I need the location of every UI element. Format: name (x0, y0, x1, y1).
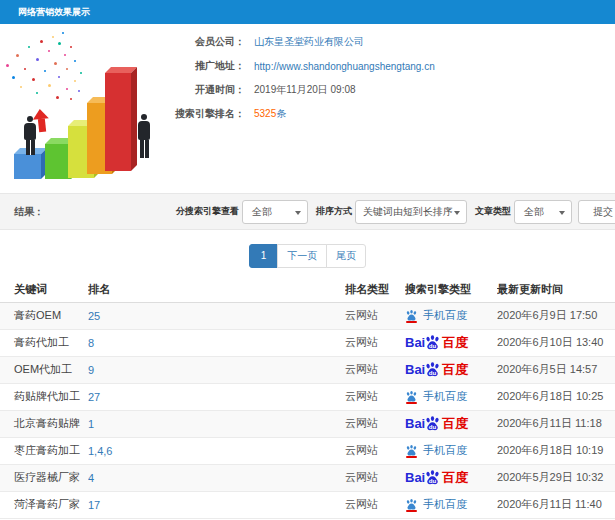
keyword-cell: 膏药代加工 (0, 329, 88, 356)
keyword-cell: 枣庄膏药加工 (0, 437, 88, 464)
table-header-row: 关键词 排名 排名类型 搜索引擎类型 最新更新时间 (0, 277, 615, 302)
col-rank: 排名 (88, 277, 345, 302)
rank-link[interactable]: 9 (88, 364, 94, 376)
caret-down-icon (454, 211, 460, 215)
engine-cell: 手机百度 (405, 491, 497, 518)
info-label: 会员公司： (150, 35, 245, 49)
engine-cell: Baidu百度 (405, 410, 497, 437)
info-section: 会员公司：山东皇圣堂药业有限公司推广地址：http://www.shandong… (0, 24, 615, 193)
engine-label: 手机百度 (423, 444, 467, 456)
sort-label: 排序方式 (316, 205, 352, 218)
info-value[interactable]: http://www.shandonghuangshengtang.cn (254, 61, 435, 72)
rank-link[interactable]: 4 (88, 472, 94, 484)
mobile-baidu-icon (405, 498, 418, 512)
baidu-logo-icon: Baidu百度 (405, 415, 468, 433)
keyword-cell: 菏泽膏药厂家 (0, 491, 88, 518)
info-value: 2019年11月20日 09:08 (254, 83, 356, 97)
last-page[interactable]: 尾页 (326, 244, 366, 268)
engine-cell: Baidu百度 (405, 464, 497, 491)
engine-cell: 手机百度 (405, 302, 497, 329)
rank-type-cell: 云网站 (345, 302, 405, 329)
table-row: 北京膏药贴牌1云网站Baidu百度2020年6月11日 11:18 (0, 410, 615, 437)
rank-type-cell: 云网站 (345, 437, 405, 464)
svg-text:du: du (429, 423, 437, 430)
results-filter-bar: 结果： 分搜索引擎查看 全部 排序方式 关键词由短到长排序 文章类型 全部 提交 (0, 193, 615, 230)
keyword-cell: 北京膏药贴牌 (0, 410, 88, 437)
sort-select[interactable]: 关键词由短到长排序 (355, 200, 467, 224)
mobile-baidu-icon (405, 309, 418, 323)
rank-link[interactable]: 1,4,6 (88, 445, 112, 457)
page-1[interactable]: 1 (249, 244, 279, 268)
updated-cell: 2020年5月29日 10:32 (497, 464, 615, 491)
submit-button[interactable]: 提交 (578, 200, 615, 224)
rank-link[interactable]: 25 (88, 310, 100, 322)
table-row: 枣庄膏药加工1,4,6云网站手机百度2020年6月18日 10:19 (0, 437, 615, 464)
table-row: 药贴牌代加工27云网站手机百度2020年6月18日 10:25 (0, 383, 615, 410)
rank-type-cell: 云网站 (345, 356, 405, 383)
engine-cell: 手机百度 (405, 437, 497, 464)
updated-cell: 2020年6月10日 13:40 (497, 329, 615, 356)
svg-text:du: du (429, 369, 437, 376)
info-field: 搜索引擎排名：5325条 (150, 106, 435, 122)
engine-cell: Baidu百度 (405, 329, 497, 356)
baidu-logo-icon: Baidu百度 (405, 361, 468, 379)
info-label: 搜索引擎排名： (150, 107, 245, 121)
keyword-cell: 膏药OEM (0, 302, 88, 329)
engine-cell: 手机百度 (405, 383, 497, 410)
rank-link[interactable]: 17 (88, 499, 100, 511)
updated-cell: 2020年6月11日 11:18 (497, 410, 615, 437)
updated-cell: 2020年6月18日 10:19 (497, 437, 615, 464)
type-select[interactable]: 全部 (514, 200, 572, 224)
table-row: 菏泽膏药厂家17云网站手机百度2020年6月11日 11:40 (0, 491, 615, 518)
col-updated: 最新更新时间 (497, 277, 615, 302)
pagination: 1 下一页 尾页 (249, 244, 367, 268)
rank-link[interactable]: 1 (88, 418, 94, 430)
mobile-baidu-icon (405, 390, 418, 404)
businessman-left (22, 116, 38, 155)
caret-down-icon (295, 211, 301, 215)
info-field: 推广地址：http://www.shandonghuangshengtang.c… (150, 58, 435, 74)
page-title: 网络营销效果展示 (0, 0, 615, 24)
keyword-cell: 医疗器械厂家 (0, 464, 88, 491)
engine-label: 手机百度 (423, 498, 467, 510)
results-table: 关键词 排名 排名类型 搜索引擎类型 最新更新时间 膏药OEM25云网站手机百度… (0, 277, 615, 519)
rank-link[interactable]: 27 (88, 391, 100, 403)
engine-label: 手机百度 (423, 309, 467, 321)
col-rank-type: 排名类型 (345, 277, 405, 302)
results-table-body: 膏药OEM25云网站手机百度2020年6月9日 17:50膏药代加工8云网站Ba… (0, 302, 615, 518)
rank-link[interactable]: 8 (88, 337, 94, 349)
info-label: 开通时间： (150, 83, 245, 97)
table-row: OEM代加工9云网站Baidu百度2020年6月5日 14:57 (0, 356, 615, 383)
svg-text:du: du (429, 477, 437, 484)
keyword-cell: OEM代加工 (0, 356, 88, 383)
table-row: 膏药OEM25云网站手机百度2020年6月9日 17:50 (0, 302, 615, 329)
caret-down-icon (559, 211, 565, 215)
info-field: 开通时间：2019年11月20日 09:08 (150, 82, 435, 98)
mobile-baidu-icon (405, 444, 418, 458)
info-value: 5325条 (254, 107, 286, 121)
updated-cell: 2020年6月18日 10:25 (497, 383, 615, 410)
engine-select[interactable]: 全部 (242, 200, 308, 224)
info-field: 会员公司：山东皇圣堂药业有限公司 (150, 34, 435, 50)
table-row: 膏药代加工8云网站Baidu百度2020年6月10日 13:40 (0, 329, 615, 356)
engine-label: 手机百度 (423, 390, 467, 402)
info-value[interactable]: 山东皇圣堂药业有限公司 (254, 35, 364, 49)
updated-cell: 2020年6月11日 11:40 (497, 491, 615, 518)
baidu-logo-icon: Baidu百度 (405, 469, 468, 487)
baidu-logo-icon: Baidu百度 (405, 334, 468, 352)
results-label: 结果： (14, 205, 44, 219)
next-page[interactable]: 下一页 (277, 244, 327, 268)
updated-cell: 2020年6月9日 17:50 (497, 302, 615, 329)
updated-cell: 2020年6月5日 14:57 (497, 356, 615, 383)
table-row: 医疗器械厂家4云网站Baidu百度2020年5月29日 10:32 (0, 464, 615, 491)
type-filter-label: 文章类型 (475, 205, 511, 218)
rank-type-cell: 云网站 (345, 329, 405, 356)
rank-type-cell: 云网站 (345, 410, 405, 437)
rank-type-cell: 云网站 (345, 464, 405, 491)
rank-type-cell: 云网站 (345, 383, 405, 410)
col-keyword: 关键词 (0, 277, 88, 302)
col-engine-type: 搜索引擎类型 (405, 277, 497, 302)
rank-type-cell: 云网站 (345, 491, 405, 518)
engine-cell: Baidu百度 (405, 356, 497, 383)
svg-text:du: du (429, 342, 437, 349)
